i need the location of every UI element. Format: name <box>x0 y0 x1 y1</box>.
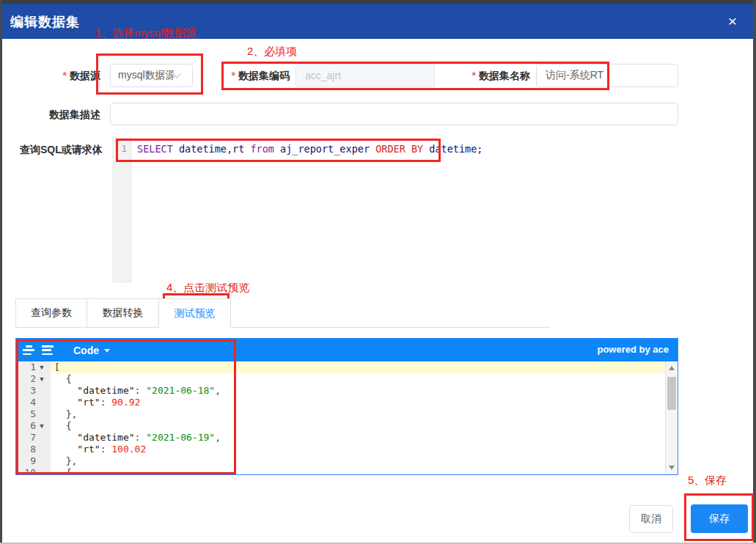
datasource-select[interactable]: mysql数据源 <box>110 64 193 87</box>
dataset-name-input[interactable] <box>536 64 678 87</box>
scroll-down-icon[interactable] <box>666 462 678 474</box>
dataset-desc-input[interactable] <box>110 103 678 125</box>
close-icon[interactable]: × <box>728 12 737 31</box>
sql-editor-gutter: 1 <box>112 137 131 283</box>
format-json-icon[interactable] <box>23 345 35 355</box>
json-result-line: 9 }, <box>16 455 665 467</box>
editor-mode-label: Code <box>73 345 99 356</box>
window-edge-right <box>753 0 756 544</box>
tab-query-params[interactable]: 查询参数 <box>15 298 87 327</box>
edit-dataset-dialog: 编辑数据集 × 1、选择mysql数据源 2、必填项 3、填写查询SQL 4、点… <box>0 0 756 544</box>
datasource-select-value: mysql数据源 <box>118 69 174 82</box>
tab-test-preview[interactable]: 测试预览 <box>159 298 231 328</box>
result-json-editor: Code powered by ace 1▼[2▼ {3 "datetime":… <box>15 338 678 475</box>
save-button[interactable]: 保存 <box>691 504 748 533</box>
json-result-line: 8 "rt": 100.02 <box>16 444 665 455</box>
json-result-lines: 1▼[2▼ {3 "datetime": "2021-06-18",4 "rt"… <box>16 361 665 474</box>
datasource-label: *数据源 <box>20 70 100 83</box>
sql-label: 查询SQL或请求体 <box>20 144 100 157</box>
window-edge-left <box>0 0 2 544</box>
annotation-step5: 5、保存 <box>688 474 727 488</box>
vertical-scrollbar[interactable] <box>665 361 678 474</box>
scroll-up-icon[interactable] <box>666 362 678 374</box>
compact-json-icon[interactable] <box>42 345 54 355</box>
json-result-line: 1▼[ <box>16 361 665 373</box>
dataset-code-input[interactable] <box>296 64 435 87</box>
json-result-line: 10 { <box>16 467 665 474</box>
tab-data-transform[interactable]: 数据转换 <box>87 298 159 327</box>
sql-query-text: SELECT datetime,rt from aj_report_exper … <box>137 143 482 155</box>
tab-bar: 查询参数 数据转换 测试预览 <box>15 298 550 328</box>
sql-editor[interactable]: 1 SELECT datetime,rt from aj_report_expe… <box>110 137 678 283</box>
json-editor-body[interactable]: 1▼[2▼ {3 "datetime": "2021-06-18",4 "rt"… <box>16 361 678 474</box>
json-result-line: 4 "rt": 90.92 <box>16 397 665 408</box>
annotation-step1: 1、选择mysql数据源 <box>95 26 197 40</box>
sql-line-number: 1 <box>121 143 127 154</box>
chevron-down-icon <box>172 70 180 78</box>
required-mark: * <box>472 70 476 81</box>
required-mark: * <box>232 70 235 81</box>
caret-down-icon <box>104 349 110 353</box>
json-editor-toolbar: Code powered by ace <box>16 339 678 361</box>
powered-by-ace-label: powered by ace <box>597 344 669 355</box>
cancel-button[interactable]: 取消 <box>629 505 673 533</box>
required-mark: * <box>63 70 67 81</box>
dataset-desc-label: 数据集描述 <box>20 109 100 122</box>
scrollbar-thumb[interactable] <box>667 377 676 410</box>
annotation-step2: 2、必填项 <box>247 45 297 59</box>
dataset-code-label: *数据集编码 <box>221 70 290 83</box>
editor-mode-dropdown[interactable]: Code <box>73 345 110 356</box>
json-result-line: 2▼ { <box>16 373 665 385</box>
json-result-line: 3 "datetime": "2021-06-18", <box>16 385 665 397</box>
json-result-line: 7 "datetime": "2021-06-19", <box>16 432 665 444</box>
json-result-line: 6▼ { <box>16 420 665 432</box>
dialog-title: 编辑数据集 <box>10 13 80 31</box>
json-result-line: 5 }, <box>16 408 665 420</box>
dataset-name-label: *数据集名称 <box>462 70 530 83</box>
